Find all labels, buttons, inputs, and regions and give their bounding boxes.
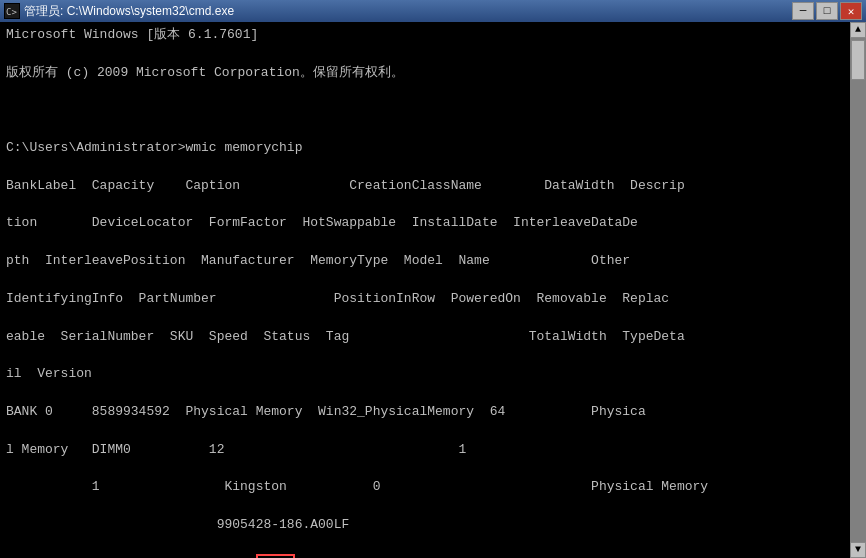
line-6: tion DeviceLocator FormFactor HotSwappab… xyxy=(6,214,860,233)
close-button[interactable]: ✕ xyxy=(840,2,862,20)
maximize-button[interactable]: □ xyxy=(816,2,838,20)
title-bar: C> 管理员: C:\Windows\system32\cmd.exe ─ □ … xyxy=(0,0,866,22)
line-12: l Memory DIMM0 12 1 xyxy=(6,441,860,460)
line-13: 1 Kingston 0 Physical Memory xyxy=(6,478,860,497)
svg-text:C>: C> xyxy=(6,7,17,17)
window-controls: ─ □ ✕ xyxy=(792,2,862,20)
minimize-button[interactable]: ─ xyxy=(792,2,814,20)
line-8: IdentifyingInfo PartNumber PositionInRow… xyxy=(6,290,860,309)
cmd-content: Microsoft Windows [版本 6.1.7601] 版权所有 (c)… xyxy=(0,22,866,558)
cmd-output: Microsoft Windows [版本 6.1.7601] 版权所有 (c)… xyxy=(6,26,860,558)
line-2: 版权所有 (c) 2009 Microsoft Corporation。保留所有… xyxy=(6,64,860,83)
line-4: C:\Users\Administrator>wmic memorychip xyxy=(6,139,860,158)
line-11: BANK 0 8589934592 Physical Memory Win32_… xyxy=(6,403,860,422)
line-14: 9905428-186.A00LF xyxy=(6,516,860,535)
speed1-highlight: 1600 xyxy=(256,554,295,558)
line-10: il Version xyxy=(6,365,860,384)
line-15: 1709F75A 1600 Physical Memory 0 64 128 xyxy=(6,554,860,558)
title-text: 管理员: C:\Windows\system32\cmd.exe xyxy=(24,3,788,20)
line-7: pth InterleavePosition Manufacturer Memo… xyxy=(6,252,860,271)
scroll-track xyxy=(850,38,866,542)
scrollbar[interactable]: ▲ ▼ xyxy=(850,22,866,558)
scroll-thumb[interactable] xyxy=(851,40,865,80)
cmd-icon: C> xyxy=(4,3,20,19)
line-1: Microsoft Windows [版本 6.1.7601] xyxy=(6,26,860,45)
line-5: BankLabel Capacity Caption CreationClass… xyxy=(6,177,860,196)
scroll-up-button[interactable]: ▲ xyxy=(850,22,866,38)
cmd-window: C> 管理员: C:\Windows\system32\cmd.exe ─ □ … xyxy=(0,0,866,558)
line-3 xyxy=(6,101,860,120)
line-9: eable SerialNumber SKU Speed Status Tag … xyxy=(6,328,860,347)
scroll-down-button[interactable]: ▼ xyxy=(850,542,866,558)
